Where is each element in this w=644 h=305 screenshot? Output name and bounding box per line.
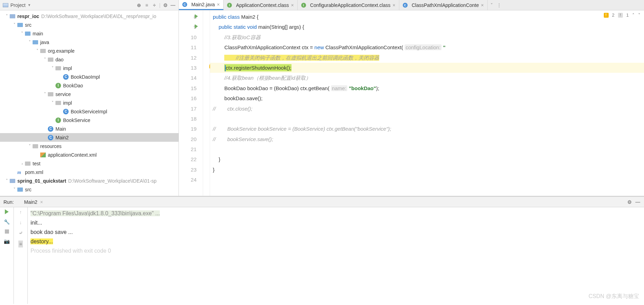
close-icon[interactable]: × bbox=[393, 2, 395, 8]
close-run-tab-icon[interactable]: × bbox=[40, 199, 43, 205]
tree-item-pom-xml[interactable]: mpom.xml bbox=[0, 168, 179, 176]
locate-icon[interactable]: ⊕ bbox=[136, 2, 142, 8]
close-icon[interactable]: × bbox=[291, 2, 294, 8]
camera-icon[interactable]: 📷 bbox=[4, 238, 10, 244]
tree-item-respr-ioc[interactable]: ˅respr_iocD:\WorkSoftware_Workplace\IDEA… bbox=[0, 12, 179, 20]
collapse-icon[interactable]: ÷ bbox=[151, 2, 157, 8]
run-gutter-icon[interactable] bbox=[195, 14, 198, 18]
tabs-more[interactable]: ˅ ⋮ bbox=[488, 0, 505, 10]
run-config-icon bbox=[17, 200, 21, 204]
tab-classpathxmlapplicationconte[interactable]: CClassPathXmlApplicationConte× bbox=[399, 0, 488, 10]
tree-item-main[interactable]: ˅main bbox=[0, 29, 179, 38]
run-header: Run: Main2 × ⚙ — bbox=[0, 197, 644, 207]
project-icon bbox=[3, 3, 8, 7]
tree-item-service[interactable]: ˅service bbox=[0, 90, 179, 98]
sidebar-title: Project bbox=[10, 2, 26, 8]
run-toolbar-nav: ↑ ↓ ⤶ ≡ bbox=[14, 207, 28, 304]
code-content[interactable]: public class Main2 { public static void … bbox=[210, 10, 644, 196]
code-area[interactable]: 89101112131415161718192021222324 !2 !1 ˄… bbox=[179, 10, 644, 196]
run-toolbar-left: 🔧 📷 bbox=[0, 207, 14, 304]
run-gutter-icon[interactable] bbox=[195, 24, 198, 28]
project-tree[interactable]: ˅respr_iocD:\WorkSoftware_Workplace\IDEA… bbox=[0, 10, 179, 196]
tree-item-impl[interactable]: ˅impl bbox=[0, 64, 179, 72]
tree-item-bookservice[interactable]: IBookService bbox=[0, 116, 179, 124]
close-icon[interactable]: × bbox=[217, 2, 220, 7]
tree-item-test[interactable]: ›test bbox=[0, 159, 179, 168]
tab-configurableapplicationcontext-class[interactable]: IConfigurableApplicationContext.class× bbox=[298, 0, 399, 10]
run-label: Run: bbox=[3, 199, 14, 205]
editor-pane: CMain2.java×IApplicationContext.class×IC… bbox=[179, 0, 644, 196]
run-hide-icon[interactable]: — bbox=[635, 199, 641, 205]
hide-icon[interactable]: — bbox=[170, 2, 176, 8]
tree-item-applicationcontext-xml[interactable]: applicationContext.xml bbox=[0, 150, 179, 159]
editor-tabs: CMain2.java×IApplicationContext.class×IC… bbox=[179, 0, 644, 10]
fold-column bbox=[203, 10, 210, 196]
watermark: CSDN @东离与糖宝 bbox=[589, 293, 639, 300]
softwrap-icon[interactable]: ⤶ bbox=[19, 230, 23, 236]
project-sidebar: Project ▼ ⊕ ≡ ÷ | ⚙ — ˅respr_iocD:\WorkS… bbox=[0, 0, 179, 196]
tree-item-resources[interactable]: ˅resources bbox=[0, 142, 179, 150]
tree-item-spring-01-quickstart[interactable]: ˅spring_01_quickstartD:\WorkSoftware_Wor… bbox=[0, 176, 179, 185]
gutter: 89101112131415161718192021222324 bbox=[179, 10, 203, 196]
close-icon[interactable]: × bbox=[481, 2, 484, 8]
tree-item-org-example[interactable]: ˅org.example bbox=[0, 46, 179, 55]
sidebar-header: Project ▼ ⊕ ≡ ÷ | ⚙ — bbox=[0, 0, 179, 10]
stop-icon[interactable] bbox=[5, 229, 9, 234]
tree-item-bookdaoimpl[interactable]: CBookDaoImpl bbox=[0, 72, 179, 81]
up-arrow-icon[interactable]: ↑ bbox=[19, 209, 22, 215]
chevron-down-icon[interactable]: ▼ bbox=[28, 3, 31, 7]
run-gear-icon[interactable]: ⚙ bbox=[627, 199, 632, 205]
tree-item-src[interactable]: ˅src bbox=[0, 185, 179, 194]
run-toolwindow: Run: Main2 × ⚙ — 🔧 📷 ↑ ↓ ⤶ ≡ "C:\Program… bbox=[0, 196, 644, 304]
tree-item-dao[interactable]: ˅dao bbox=[0, 55, 179, 64]
tree-item-main2[interactable]: CMain2 bbox=[0, 133, 179, 142]
expand-icon[interactable]: ≡ bbox=[144, 2, 149, 8]
tree-item-src[interactable]: ˅src bbox=[0, 20, 179, 29]
scroll-icon[interactable]: ≡ bbox=[18, 241, 23, 247]
rerun-icon[interactable] bbox=[5, 209, 9, 214]
console-output[interactable]: "C:\Program Files\Java\jdk1.8.0_333\bin\… bbox=[28, 207, 644, 304]
run-config-name: Main2 bbox=[24, 199, 37, 205]
tree-item-main[interactable]: CMain bbox=[0, 124, 179, 133]
tab-applicationcontext-class[interactable]: IApplicationContext.class× bbox=[224, 0, 298, 10]
tree-item-impl[interactable]: ˅impl bbox=[0, 98, 179, 107]
tree-item-bookdao[interactable]: IBookDao bbox=[0, 81, 179, 90]
down-arrow-icon[interactable]: ↓ bbox=[19, 220, 22, 225]
tree-item-java[interactable]: ˅java bbox=[0, 38, 179, 46]
wrench-icon[interactable]: 🔧 bbox=[4, 219, 10, 225]
gear-icon[interactable]: ⚙ bbox=[163, 2, 168, 8]
tab-main2-java[interactable]: CMain2.java× bbox=[179, 0, 224, 10]
tree-item-bookserviceimpl[interactable]: CBookServiceImpl bbox=[0, 107, 179, 116]
